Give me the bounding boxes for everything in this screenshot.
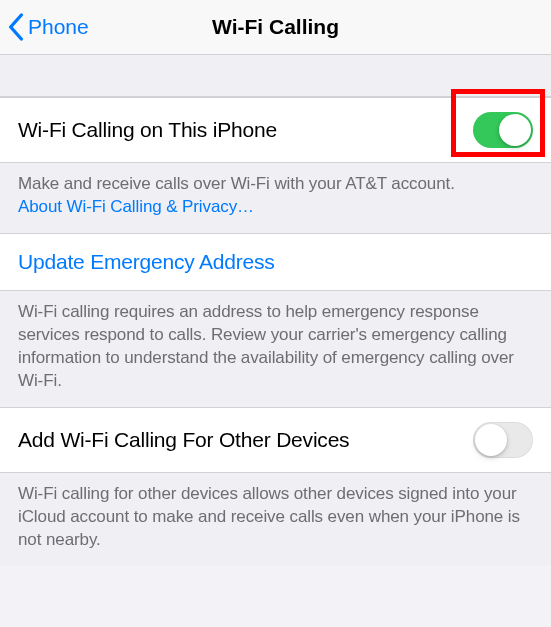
update-emergency-address-label: Update Emergency Address (18, 250, 275, 274)
nav-bar: Phone Wi-Fi Calling (0, 0, 551, 55)
back-button[interactable]: Phone (8, 13, 89, 41)
other-devices-footer: Wi-Fi calling for other devices allows o… (0, 473, 551, 566)
toggle-knob (499, 114, 531, 146)
wifi-calling-footer: Make and receive calls over Wi-Fi with y… (0, 163, 551, 233)
wifi-calling-this-iphone-toggle[interactable] (473, 112, 533, 148)
emergency-footer: Wi-Fi calling requires an address to hel… (0, 291, 551, 407)
about-wifi-calling-privacy-link[interactable]: About Wi-Fi Calling & Privacy… (18, 197, 254, 216)
toggle-knob (475, 424, 507, 456)
add-wifi-calling-other-devices-row: Add Wi-Fi Calling For Other Devices (0, 407, 551, 473)
other-devices-footer-text: Wi-Fi calling for other devices allows o… (18, 484, 520, 549)
add-wifi-calling-other-devices-toggle[interactable] (473, 422, 533, 458)
wifi-calling-this-iphone-label: Wi-Fi Calling on This iPhone (18, 118, 277, 142)
back-label: Phone (28, 15, 89, 39)
add-wifi-calling-other-devices-label: Add Wi-Fi Calling For Other Devices (18, 428, 349, 452)
wifi-calling-this-iphone-row: Wi-Fi Calling on This iPhone (0, 97, 551, 163)
wifi-calling-footer-text: Make and receive calls over Wi-Fi with y… (18, 174, 455, 193)
chevron-left-icon (8, 13, 24, 41)
settings-screen: Phone Wi-Fi Calling Wi-Fi Calling on Thi… (0, 0, 551, 627)
section-spacer (0, 55, 551, 97)
emergency-footer-text: Wi-Fi calling requires an address to hel… (18, 302, 514, 390)
page-title: Wi-Fi Calling (212, 15, 339, 39)
update-emergency-address-row[interactable]: Update Emergency Address (0, 233, 551, 291)
